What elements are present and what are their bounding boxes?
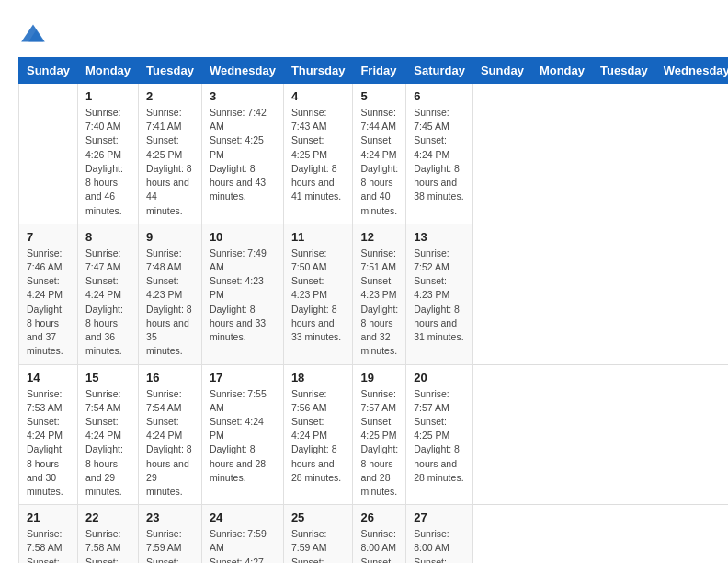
calendar-cell: 7Sunrise: 7:46 AMSunset: 4:24 PMDaylight… (19, 224, 78, 364)
calendar-header-row: SundayMondayTuesdayWednesdayThursdayFrid… (19, 58, 729, 84)
calendar-cell: 24Sunrise: 7:59 AMSunset: 4:27 PMDayligh… (201, 505, 283, 563)
day-info: Sunrise: 7:57 AMSunset: 4:25 PMDaylight:… (360, 387, 398, 500)
day-number: 15 (85, 371, 131, 385)
day-header-friday: Friday (353, 58, 406, 84)
day-header-monday: Monday (77, 58, 138, 84)
day-info: Sunrise: 7:42 AMSunset: 4:25 PMDaylight:… (210, 106, 276, 204)
calendar-cell: 22Sunrise: 7:58 AMSunset: 4:26 PMDayligh… (77, 505, 138, 563)
day-number: 3 (210, 89, 276, 103)
day-number: 13 (414, 230, 465, 244)
day-number: 26 (360, 511, 398, 524)
calendar-cell: 26Sunrise: 8:00 AMSunset: 4:29 PMDayligh… (353, 505, 406, 563)
day-info: Sunrise: 7:56 AMSunset: 4:24 PMDaylight:… (291, 387, 346, 486)
calendar-cell: 13Sunrise: 7:52 AMSunset: 4:23 PMDayligh… (406, 224, 473, 364)
calendar-cell: 18Sunrise: 7:56 AMSunset: 4:24 PMDayligh… (283, 364, 353, 505)
calendar-cell: 2Sunrise: 7:41 AMSunset: 4:25 PMDaylight… (139, 84, 202, 224)
day-number: 4 (291, 89, 346, 103)
calendar-table: SundayMondayTuesdayWednesdayThursdayFrid… (18, 57, 728, 563)
day-number: 11 (291, 230, 346, 244)
calendar-cell: 8Sunrise: 7:47 AMSunset: 4:24 PMDaylight… (77, 224, 138, 364)
day-number: 18 (291, 371, 346, 385)
day-number: 9 (146, 230, 194, 244)
day-header-wednesday: Wednesday (655, 58, 728, 84)
page-header (18, 18, 710, 48)
day-header-wednesday: Wednesday (201, 58, 283, 84)
day-header-thursday: Thursday (283, 58, 353, 84)
logo (18, 18, 51, 48)
calendar-cell: 14Sunrise: 7:53 AMSunset: 4:24 PMDayligh… (19, 364, 78, 505)
day-number: 23 (146, 511, 194, 524)
calendar-cell: 15Sunrise: 7:54 AMSunset: 4:24 PMDayligh… (77, 364, 138, 505)
day-info: Sunrise: 7:53 AMSunset: 4:24 PMDaylight:… (27, 387, 70, 500)
calendar-cell: 1Sunrise: 7:40 AMSunset: 4:26 PMDaylight… (77, 84, 138, 224)
day-info: Sunrise: 7:45 AMSunset: 4:24 PMDaylight:… (414, 106, 465, 204)
day-info: Sunrise: 7:51 AMSunset: 4:23 PMDaylight:… (360, 247, 398, 359)
day-info: Sunrise: 7:48 AMSunset: 4:23 PMDaylight:… (146, 247, 194, 359)
calendar-cell: 6Sunrise: 7:45 AMSunset: 4:24 PMDaylight… (406, 84, 473, 224)
day-number: 22 (85, 511, 131, 524)
day-header-sunday: Sunday (19, 58, 78, 84)
calendar-cell: 27Sunrise: 8:00 AMSunset: 4:29 PMDayligh… (406, 505, 473, 563)
day-info: Sunrise: 7:40 AMSunset: 4:26 PMDaylight:… (85, 106, 131, 218)
day-number: 27 (414, 511, 465, 524)
day-info: Sunrise: 7:54 AMSunset: 4:24 PMDaylight:… (146, 387, 194, 500)
day-info: Sunrise: 7:43 AMSunset: 4:25 PMDaylight:… (291, 106, 346, 204)
calendar-cell: 9Sunrise: 7:48 AMSunset: 4:23 PMDaylight… (139, 224, 202, 364)
day-number: 25 (291, 511, 346, 524)
day-info: Sunrise: 7:55 AMSunset: 4:24 PMDaylight:… (210, 387, 276, 486)
calendar-cell: 3Sunrise: 7:42 AMSunset: 4:25 PMDaylight… (201, 84, 283, 224)
calendar-cell: 16Sunrise: 7:54 AMSunset: 4:24 PMDayligh… (139, 364, 202, 505)
day-info: Sunrise: 7:54 AMSunset: 4:24 PMDaylight:… (85, 387, 131, 500)
day-info: Sunrise: 7:59 AMSunset: 4:27 PMDaylight:… (146, 527, 194, 563)
day-number: 2 (146, 89, 194, 103)
calendar-cell: 23Sunrise: 7:59 AMSunset: 4:27 PMDayligh… (139, 505, 202, 563)
calendar-cell: 5Sunrise: 7:44 AMSunset: 4:24 PMDaylight… (353, 84, 406, 224)
day-number: 21 (27, 511, 70, 524)
day-info: Sunrise: 7:59 AMSunset: 4:28 PMDaylight:… (291, 527, 346, 563)
day-number: 7 (27, 230, 70, 244)
day-header-monday: Monday (531, 58, 592, 84)
day-info: Sunrise: 8:00 AMSunset: 4:29 PMDaylight:… (414, 527, 465, 563)
day-info: Sunrise: 7:59 AMSunset: 4:27 PMDaylight:… (210, 527, 276, 563)
calendar-week-1: 1Sunrise: 7:40 AMSunset: 4:26 PMDaylight… (19, 84, 729, 224)
day-info: Sunrise: 7:58 AMSunset: 4:26 PMDaylight:… (85, 527, 131, 563)
day-number: 16 (146, 371, 194, 385)
day-number: 5 (360, 89, 398, 103)
day-info: Sunrise: 7:57 AMSunset: 4:25 PMDaylight:… (414, 387, 465, 486)
day-header-tuesday: Tuesday (139, 58, 202, 84)
day-info: Sunrise: 7:46 AMSunset: 4:24 PMDaylight:… (27, 247, 70, 359)
calendar-cell (19, 84, 78, 224)
calendar-cell: 12Sunrise: 7:51 AMSunset: 4:23 PMDayligh… (353, 224, 406, 364)
calendar-cell: 17Sunrise: 7:55 AMSunset: 4:24 PMDayligh… (201, 364, 283, 505)
day-header-tuesday: Tuesday (593, 58, 656, 84)
day-number: 14 (27, 371, 70, 385)
calendar-cell: 4Sunrise: 7:43 AMSunset: 4:25 PMDaylight… (283, 84, 353, 224)
day-info: Sunrise: 7:50 AMSunset: 4:23 PMDaylight:… (291, 247, 346, 345)
calendar-cell: 10Sunrise: 7:49 AMSunset: 4:23 PMDayligh… (201, 224, 283, 364)
day-number: 1 (85, 89, 131, 103)
calendar-week-4: 21Sunrise: 7:58 AMSunset: 4:26 PMDayligh… (19, 505, 729, 563)
calendar-week-2: 7Sunrise: 7:46 AMSunset: 4:24 PMDaylight… (19, 224, 729, 364)
day-number: 6 (414, 89, 465, 103)
day-number: 10 (210, 230, 276, 244)
day-info: Sunrise: 7:47 AMSunset: 4:24 PMDaylight:… (85, 247, 131, 359)
calendar-cell: 20Sunrise: 7:57 AMSunset: 4:25 PMDayligh… (406, 364, 473, 505)
day-info: Sunrise: 7:52 AMSunset: 4:23 PMDaylight:… (414, 247, 465, 345)
day-header-sunday: Sunday (472, 58, 531, 84)
calendar-cell: 21Sunrise: 7:58 AMSunset: 4:26 PMDayligh… (19, 505, 78, 563)
calendar-week-3: 14Sunrise: 7:53 AMSunset: 4:24 PMDayligh… (19, 364, 729, 505)
day-header-saturday: Saturday (406, 58, 473, 84)
calendar-cell: 19Sunrise: 7:57 AMSunset: 4:25 PMDayligh… (353, 364, 406, 505)
day-info: Sunrise: 7:49 AMSunset: 4:23 PMDaylight:… (210, 247, 276, 345)
day-number: 24 (210, 511, 276, 524)
calendar-cell: 11Sunrise: 7:50 AMSunset: 4:23 PMDayligh… (283, 224, 353, 364)
calendar-cell: 25Sunrise: 7:59 AMSunset: 4:28 PMDayligh… (283, 505, 353, 563)
day-number: 8 (85, 230, 131, 244)
day-number: 17 (210, 371, 276, 385)
day-info: Sunrise: 8:00 AMSunset: 4:29 PMDaylight:… (360, 527, 398, 563)
day-number: 19 (360, 371, 398, 385)
day-number: 20 (414, 371, 465, 385)
day-info: Sunrise: 7:58 AMSunset: 4:26 PMDaylight:… (27, 527, 70, 563)
day-info: Sunrise: 7:44 AMSunset: 4:24 PMDaylight:… (360, 106, 398, 218)
day-info: Sunrise: 7:41 AMSunset: 4:25 PMDaylight:… (146, 106, 194, 218)
